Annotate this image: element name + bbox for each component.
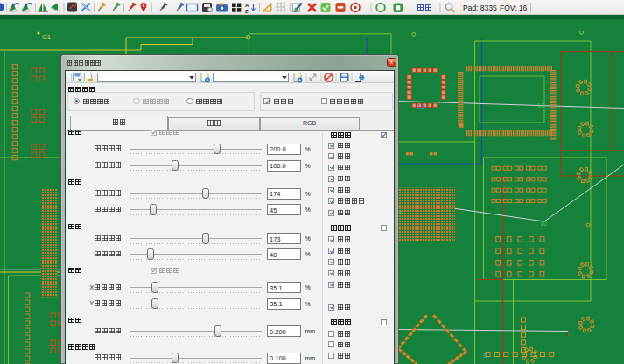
svg-text:G1: G1 (42, 33, 51, 41)
svg-text:1: 1 (566, 331, 570, 337)
svg-text:9: 9 (398, 209, 402, 215)
svg-text:Z: Z (245, 9, 249, 14)
svg-text:13: 13 (417, 103, 424, 109)
svg-text:12: 12 (537, 102, 544, 108)
svg-text:A: A (245, 3, 249, 8)
svg-text:D: D (483, 353, 487, 359)
svg-text:10: 10 (540, 220, 547, 227)
